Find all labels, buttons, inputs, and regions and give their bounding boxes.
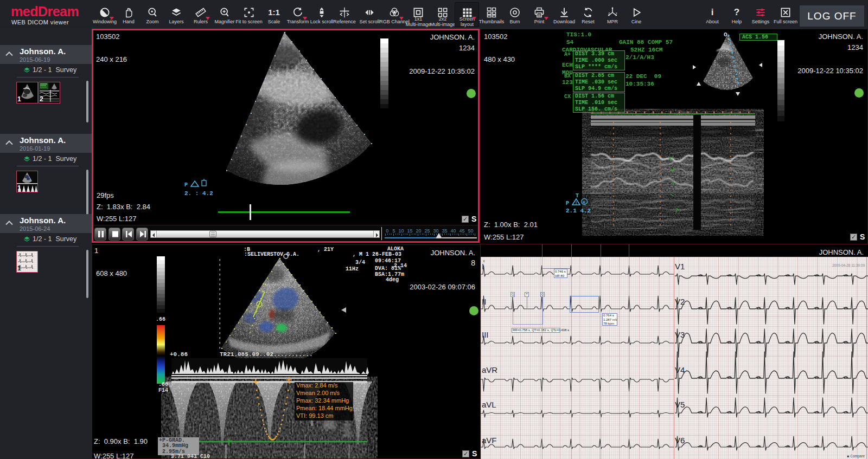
svg-text:z: z xyxy=(608,11,610,14)
svg-text:P: P xyxy=(566,201,569,206)
svg-text:T: T xyxy=(576,193,579,199)
svg-text:2.1 4.2: 2.1 4.2 xyxy=(566,208,591,214)
svg-text:P: P xyxy=(184,182,188,188)
svg-text:2. : 4.2: 2. : 4.2 xyxy=(184,190,213,197)
svg-text:R: R xyxy=(583,200,585,205)
svg-text:x: x xyxy=(616,11,617,14)
